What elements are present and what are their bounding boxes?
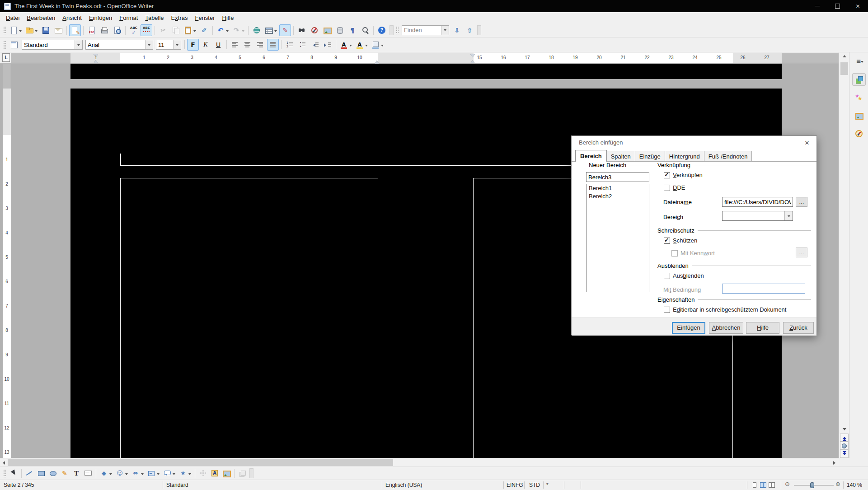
status-page-style[interactable]: Standard: [166, 480, 188, 490]
checkbox-ausblenden[interactable]: Ausblenden: [664, 272, 704, 279]
dropdown-arrow-icon[interactable]: [141, 473, 144, 476]
dropdown-arrow-icon[interactable]: [125, 473, 128, 476]
section-name-input[interactable]: [586, 172, 649, 182]
align-center-button[interactable]: [242, 39, 253, 51]
toolbar-grip[interactable]: [3, 26, 6, 34]
font-size-input[interactable]: [156, 40, 173, 49]
paste-button[interactable]: [183, 24, 197, 36]
block-arrows-button[interactable]: ⇔: [130, 468, 145, 479]
vertical-scrollbar-thumb[interactable]: [840, 62, 848, 75]
view-layout-single-icon[interactable]: [751, 481, 759, 489]
ruler-margin[interactable]: [378, 53, 474, 63]
status-zoom-value[interactable]: 140 %: [847, 480, 862, 490]
stars-button[interactable]: ★: [178, 468, 192, 479]
format-paintbrush-button[interactable]: [198, 24, 210, 36]
find-replace-button[interactable]: [296, 24, 308, 36]
dropdown-arrow-icon[interactable]: [226, 30, 229, 33]
zoom-slider-thumb[interactable]: [810, 482, 814, 488]
right-indent-marker-icon[interactable]: [375, 58, 379, 64]
font-name-input[interactable]: [86, 40, 145, 49]
horizontal-scrollbar-thumb[interactable]: [8, 459, 393, 466]
checkbox-schuetzen[interactable]: Schützen: [664, 237, 697, 244]
open-button[interactable]: [24, 24, 39, 36]
vertical-scrollbar[interactable]: [839, 52, 849, 458]
align-left-button[interactable]: [229, 39, 241, 51]
menu-extras[interactable]: Extras: [168, 13, 192, 23]
menu-hilfe[interactable]: Hilfe: [219, 13, 238, 23]
page-preview-button[interactable]: [111, 24, 123, 36]
draw-functions-button[interactable]: [279, 24, 291, 36]
zoom-button[interactable]: [359, 24, 371, 36]
status-language[interactable]: Englisch (USA): [385, 480, 422, 490]
abbrechen-button[interactable]: Abbrechen: [709, 322, 743, 334]
export-pdf-button[interactable]: [86, 24, 98, 36]
underline-button[interactable]: U: [212, 39, 224, 51]
find-toolbar-search-combobox[interactable]: [402, 25, 449, 35]
einfgen-button[interactable]: Einfügen: [672, 322, 705, 334]
tab-hintergrund[interactable]: Hintergrund: [665, 151, 704, 162]
toolbar-grip[interactable]: [3, 41, 6, 49]
sidebar-navigator-button[interactable]: [852, 127, 866, 140]
dropdown-arrow-icon[interactable]: [75, 40, 82, 49]
print-button[interactable]: [99, 24, 110, 36]
dropdown-arrow-icon[interactable]: [349, 45, 352, 48]
nonprinting-characters-button[interactable]: [347, 24, 358, 36]
dropdown-arrow-icon[interactable]: [157, 473, 160, 476]
fontwork-gallery-button[interactable]: [209, 468, 220, 479]
dropdown-arrow-icon[interactable]: [193, 30, 196, 33]
next-page-button[interactable]: [840, 450, 849, 458]
italic-button[interactable]: K: [200, 39, 211, 51]
tab-spalten[interactable]: Spalten: [606, 151, 635, 162]
status-page-number[interactable]: Seite 2 / 345: [4, 480, 34, 490]
table-button[interactable]: [263, 24, 278, 36]
dropdown-arrow-icon[interactable]: [441, 26, 449, 35]
dropdown-arrow-icon[interactable]: [109, 473, 112, 476]
highlighting-button[interactable]: A: [354, 39, 369, 51]
paragraph-style-input[interactable]: [22, 40, 75, 49]
dropdown-arrow-icon[interactable]: [242, 30, 244, 33]
dropdown-arrow-icon[interactable]: [145, 40, 153, 49]
line-button[interactable]: [24, 468, 35, 479]
navigator-button[interactable]: [309, 24, 320, 36]
status-insert-mode[interactable]: EINFG: [507, 480, 523, 490]
font-name-combobox[interactable]: [85, 40, 153, 50]
scroll-up-icon[interactable]: [839, 52, 849, 60]
freeform-line-button[interactable]: [59, 468, 70, 479]
rectangle-button[interactable]: [36, 468, 47, 479]
tab-bereich[interactable]: Bereich: [575, 150, 607, 162]
zoom-in-icon[interactable]: ⊕: [835, 481, 840, 487]
font-color-button[interactable]: A: [338, 39, 353, 51]
tab-einzge[interactable]: Einzüge: [635, 151, 665, 162]
title-bar[interactable]: The First Week in Twin Peaks.odt - OpenO…: [0, 0, 868, 12]
symbol-shapes-button[interactable]: ☺: [114, 468, 129, 479]
tab-fuendnoten[interactable]: Fuß-/Endnoten: [704, 151, 752, 162]
spellcheck-button[interactable]: [128, 24, 140, 36]
hilfe-button[interactable]: Hilfe: [746, 322, 779, 334]
dropdown-arrow-icon[interactable]: [365, 45, 368, 48]
checkbox-verknuepfen[interactable]: Verknüpfen: [664, 172, 703, 178]
hyperlink-button[interactable]: [251, 24, 263, 36]
toolbar-overflow-button[interactable]: [389, 25, 394, 35]
ruler-active-area[interactable]: [120, 53, 378, 63]
section-combobox[interactable]: [722, 211, 793, 221]
find-prev-button[interactable]: [464, 24, 475, 36]
menu-ansicht[interactable]: Ansicht: [59, 13, 85, 23]
filename-input[interactable]: [722, 197, 793, 207]
toolbar-overflow-button[interactable]: [249, 468, 253, 478]
maximize-icon[interactable]: [827, 0, 848, 12]
condition-input[interactable]: [722, 284, 805, 294]
dialog-title-bar[interactable]: Bereich einfügen ✕: [572, 136, 816, 149]
list-item[interactable]: Bereich1: [586, 184, 649, 192]
find-toolbar-search-input[interactable]: [402, 26, 441, 35]
bold-button[interactable]: F: [187, 39, 199, 51]
menu-tabelle[interactable]: Tabelle: [141, 13, 167, 23]
zoom-out-icon[interactable]: ⊖: [785, 481, 790, 487]
text-button[interactable]: T: [71, 468, 82, 479]
paragraph-style-combobox[interactable]: [22, 40, 83, 50]
previous-page-button[interactable]: [840, 434, 849, 442]
checkbox-dde[interactable]: DDE: [664, 184, 685, 191]
menu-bearbeiten[interactable]: Bearbeiten: [23, 13, 59, 23]
browse-filename-button[interactable]: ...: [796, 197, 807, 207]
minimize-icon[interactable]: [807, 0, 827, 12]
dropdown-arrow-icon[interactable]: [274, 30, 277, 33]
